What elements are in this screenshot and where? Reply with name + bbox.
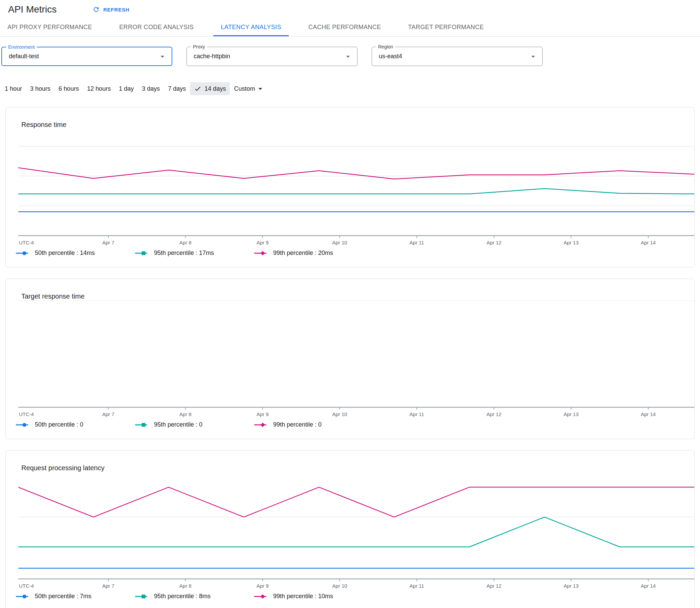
x-tick-label-apr-14: Apr 14 bbox=[641, 583, 656, 589]
page-title: API Metrics bbox=[8, 4, 57, 15]
x-axis-labels: UTC-4Apr 7Apr 8Apr 9Apr 10Apr 11Apr 12Ap… bbox=[18, 411, 695, 418]
legend-item-50th-percentile: 50th percentile : 14ms bbox=[16, 249, 135, 256]
legend-item-50th-percentile: 50th percentile : 0 bbox=[16, 421, 135, 428]
circle-marker-icon bbox=[16, 594, 31, 599]
region-select[interactable]: Regionus-east4 bbox=[372, 47, 543, 66]
timezone-label: UTC-4 bbox=[19, 411, 34, 417]
legend-label: 50th percentile : 14ms bbox=[35, 249, 95, 256]
tab-target-performance[interactable]: TARGET PERFORMANCE bbox=[401, 18, 491, 36]
time-range-1-hour[interactable]: 1 hour bbox=[1, 82, 26, 95]
chart-card-target-response-time: Target response timeUTC-4Apr 7Apr 8Apr 9… bbox=[5, 279, 695, 439]
x-tick-label-apr-7: Apr 7 bbox=[102, 583, 114, 589]
x-tick-label-apr-13: Apr 13 bbox=[564, 411, 579, 417]
charts-container: Response timeUTC-4Apr 7Apr 8Apr 9Apr 10A… bbox=[0, 107, 700, 608]
tab-latency-analysis[interactable]: LATENCY ANALYSIS bbox=[213, 18, 288, 36]
legend-item-99th-percentile: 99th percentile : 10ms bbox=[254, 593, 373, 600]
95th-percentile-line bbox=[18, 189, 695, 194]
x-tick-label-apr-12: Apr 12 bbox=[487, 411, 501, 417]
time-range-label: 3 hours bbox=[30, 85, 51, 92]
api-metrics-page: API Metrics REFRESH API PROXY PERFORMANC… bbox=[0, 0, 700, 608]
time-range-label: 12 hours bbox=[87, 85, 111, 92]
filters-row: Environmentdefault-testProxycache-httpbi… bbox=[1, 47, 700, 66]
x-tick-label-apr-8: Apr 8 bbox=[179, 411, 192, 417]
diamond-marker-icon bbox=[254, 250, 269, 256]
x-tick-label-apr-7: Apr 7 bbox=[102, 240, 114, 245]
environment-select[interactable]: Environmentdefault-test bbox=[1, 47, 172, 66]
circle-marker-icon bbox=[16, 250, 31, 256]
x-tick-label-apr-10: Apr 10 bbox=[332, 583, 347, 589]
proxy-value: cache-httpbin bbox=[194, 53, 230, 60]
time-range-label: 1 hour bbox=[5, 85, 22, 92]
chart-title: Request processing latency bbox=[21, 464, 105, 472]
tab-error-code-analysis[interactable]: ERROR CODE ANALYSIS bbox=[112, 18, 201, 36]
x-tick-label-apr-11: Apr 11 bbox=[410, 411, 424, 417]
dropdown-arrow-icon bbox=[158, 52, 167, 61]
x-tick-label-apr-9: Apr 9 bbox=[257, 411, 269, 417]
environment-value: default-test bbox=[9, 53, 39, 60]
time-range-6-hours[interactable]: 6 hours bbox=[55, 82, 83, 95]
legend-label: 50th percentile : 7ms bbox=[35, 593, 91, 600]
diamond-marker-icon bbox=[254, 594, 269, 599]
region-label: Region bbox=[376, 44, 395, 50]
x-tick-label-apr-8: Apr 8 bbox=[179, 240, 192, 245]
region-value: us-east4 bbox=[379, 53, 402, 60]
chart-title: Response time bbox=[21, 121, 67, 129]
legend-item-95th-percentile: 95th percentile : 17ms bbox=[135, 249, 254, 256]
response-time-plot[interactable] bbox=[18, 129, 695, 239]
legend-label: 95th percentile : 17ms bbox=[154, 249, 214, 256]
refresh-label: REFRESH bbox=[103, 7, 129, 13]
proxy-label: Proxy bbox=[191, 44, 207, 50]
time-range-3-hours[interactable]: 3 hours bbox=[26, 82, 55, 95]
chart-card-request-processing-latency: Request processing latencyUTC-4Apr 7Apr … bbox=[5, 450, 695, 608]
legend-label: 99th percentile : 10ms bbox=[273, 593, 333, 600]
target-response-time-plot[interactable] bbox=[18, 301, 695, 410]
square-marker-icon bbox=[135, 422, 150, 428]
legend-item-95th-percentile: 95th percentile : 8ms bbox=[135, 593, 254, 600]
x-tick-label-apr-10: Apr 10 bbox=[332, 240, 347, 245]
x-tick-label-apr-9: Apr 9 bbox=[257, 240, 269, 245]
chart-title: Target response time bbox=[21, 292, 84, 300]
proxy-select[interactable]: Proxycache-httpbin bbox=[187, 47, 357, 66]
time-range-12-hours[interactable]: 12 hours bbox=[83, 82, 115, 95]
chart-legend: 50th percentile : 095th percentile : 099… bbox=[16, 421, 373, 428]
page-header: API Metrics REFRESH bbox=[0, 0, 700, 16]
x-tick-label-apr-12: Apr 12 bbox=[487, 583, 501, 589]
99th-percentile-line bbox=[18, 487, 695, 517]
time-range-3-days[interactable]: 3 days bbox=[138, 82, 164, 95]
timezone-label: UTC-4 bbox=[19, 583, 34, 589]
tab-cache-performance[interactable]: CACHE PERFORMANCE bbox=[301, 18, 389, 36]
legend-label: 99th percentile : 20ms bbox=[273, 249, 333, 256]
legend-label: 99th percentile : 0 bbox=[273, 421, 322, 428]
time-range-row: 1 hour3 hours6 hours12 hours1 day3 days7… bbox=[0, 81, 700, 96]
99th-percentile-line bbox=[18, 168, 695, 179]
x-tick-label-apr-11: Apr 11 bbox=[410, 583, 424, 589]
time-range-7-days[interactable]: 7 days bbox=[164, 82, 190, 95]
chart-card-response-time: Response timeUTC-4Apr 7Apr 8Apr 9Apr 10A… bbox=[5, 107, 695, 267]
x-tick-label-apr-14: Apr 14 bbox=[641, 240, 656, 245]
x-tick-label-apr-11: Apr 11 bbox=[410, 240, 424, 245]
time-range-14-days[interactable]: 14 days bbox=[190, 82, 230, 95]
chart-legend: 50th percentile : 14ms95th percentile : … bbox=[16, 249, 373, 256]
time-range-custom-label: Custom bbox=[234, 85, 255, 92]
x-tick-label-apr-10: Apr 10 bbox=[332, 411, 347, 417]
square-marker-icon bbox=[135, 250, 150, 256]
dropdown-arrow-icon bbox=[344, 52, 352, 61]
time-range-1-day[interactable]: 1 day bbox=[115, 82, 138, 95]
time-range-label: 3 days bbox=[142, 85, 160, 92]
time-range-label: 7 days bbox=[168, 85, 186, 92]
time-range-custom[interactable]: Custom bbox=[230, 81, 269, 96]
95th-percentile-line bbox=[18, 517, 695, 547]
x-tick-label-apr-12: Apr 12 bbox=[487, 240, 501, 245]
x-tick-label-apr-8: Apr 8 bbox=[179, 583, 192, 589]
environment-label: Environment bbox=[6, 44, 37, 50]
refresh-button[interactable]: REFRESH bbox=[90, 4, 131, 15]
diamond-marker-icon bbox=[254, 422, 269, 428]
legend-item-99th-percentile: 99th percentile : 20ms bbox=[254, 249, 373, 256]
legend-label: 95th percentile : 8ms bbox=[154, 593, 210, 600]
time-range-label: 6 hours bbox=[59, 85, 79, 92]
timezone-label: UTC-4 bbox=[19, 240, 34, 245]
time-range-label: 14 days bbox=[205, 85, 226, 92]
tab-api-proxy-performance[interactable]: API PROXY PERFORMANCE bbox=[0, 18, 99, 36]
legend-item-95th-percentile: 95th percentile : 0 bbox=[135, 421, 254, 428]
request-processing-latency-plot[interactable] bbox=[18, 472, 695, 582]
